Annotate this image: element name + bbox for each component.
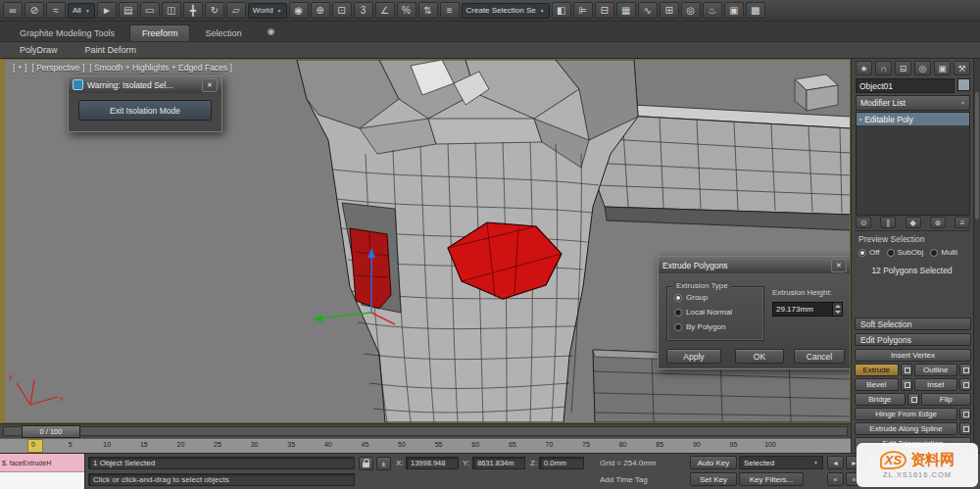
show-end-result-icon[interactable]: ∥: [880, 217, 896, 228]
x-coordinate-field[interactable]: 13998.948: [406, 457, 459, 469]
extrude-button[interactable]: Extrude: [855, 364, 899, 376]
percent-snap-icon[interactable]: %: [397, 2, 416, 19]
preview-multi-radio[interactable]: Multi: [930, 248, 957, 257]
selection-lock-icon[interactable]: [359, 457, 373, 470]
ribbon-options-icon[interactable]: ◉: [264, 24, 277, 38]
selection-filter-dropdown[interactable]: All▼: [68, 3, 95, 19]
selection-set-key-dropdown[interactable]: Selected ▼: [739, 456, 823, 469]
select-and-rotate-icon[interactable]: ↻: [205, 2, 224, 19]
configure-modifier-sets-icon[interactable]: ≡: [955, 217, 970, 228]
time-slider-track[interactable]: [3, 426, 848, 436]
hinge-settings-button[interactable]: [959, 408, 971, 420]
tab-freeform[interactable]: Freeform: [129, 24, 191, 41]
material-editor-icon[interactable]: ◎: [681, 2, 701, 19]
warning-close-icon[interactable]: ✕: [202, 78, 218, 92]
viewport-pov-menu[interactable]: [ Perspective ]: [31, 63, 84, 73]
modifier-list-dropdown[interactable]: Modifier List ▼: [856, 95, 970, 111]
remove-modifier-icon[interactable]: ⊗: [930, 217, 946, 228]
use-pivot-point-icon[interactable]: ◉: [289, 2, 309, 19]
outline-settings-button[interactable]: [959, 364, 971, 376]
macro-recorder-line[interactable]: $. faceExtrudeH: [0, 454, 84, 471]
listener-input-line[interactable]: [0, 471, 84, 489]
previous-key-button[interactable]: ◄: [827, 456, 844, 469]
key-filters-button[interactable]: Key Filters...: [739, 472, 804, 486]
bind-to-space-warp-icon[interactable]: ≈: [46, 2, 66, 19]
perspective-viewport[interactable]: x y [ + ] [ Perspective ] [ Smooth + Hig…: [0, 59, 851, 423]
preview-off-radio[interactable]: Off: [858, 248, 880, 257]
bridge-button[interactable]: Bridge: [855, 393, 906, 406]
extrusion-height-input[interactable]: 29.173mm: [772, 302, 843, 317]
spinner-snap-icon[interactable]: ⇅: [418, 2, 438, 19]
z-coordinate-field[interactable]: 0.0mm: [539, 457, 584, 469]
y-coordinate-field[interactable]: 8631.834m: [472, 457, 525, 469]
apply-button[interactable]: Apply: [666, 349, 721, 364]
hierarchy-tab-icon[interactable]: ⊟: [895, 61, 911, 75]
viewport-general-menu[interactable]: [ + ]: [13, 63, 26, 73]
stack-item-editable-poly[interactable]: ▪ Editable Poly: [857, 113, 969, 125]
motion-tab-icon[interactable]: ◎: [914, 61, 931, 75]
window-crossing-icon[interactable]: ◫: [162, 2, 181, 19]
bevel-settings-button[interactable]: [901, 378, 912, 391]
select-and-move-icon[interactable]: ╋: [183, 2, 203, 19]
graphite-ribbon-toggle-icon[interactable]: ▦: [616, 2, 636, 19]
render-production-icon[interactable]: ▩: [746, 2, 765, 19]
object-name-field[interactable]: Object01: [856, 78, 955, 93]
extrusion-type-group-radio[interactable]: Group: [674, 293, 763, 302]
inset-button[interactable]: Inset: [914, 378, 958, 391]
inset-settings-button[interactable]: [959, 378, 971, 391]
extrude-spline-settings-button[interactable]: [959, 422, 971, 435]
object-color-swatch[interactable]: [957, 78, 970, 91]
cancel-button[interactable]: Cancel: [794, 349, 845, 364]
add-time-tag[interactable]: Add Time Tag: [600, 475, 648, 484]
angle-snap-icon[interactable]: ∠: [375, 2, 395, 19]
maxscript-mini-listener[interactable]: $. faceExtrudeH: [0, 454, 85, 489]
layer-manager-icon[interactable]: ⊟: [595, 2, 614, 19]
modifier-stack[interactable]: ▪ Editable Poly: [856, 112, 970, 216]
box-object[interactable]: [795, 74, 838, 111]
trackbar-ruler[interactable]: 0510152025303540455055606570758085909510…: [0, 438, 851, 453]
reference-coordinate-dropdown[interactable]: World▼: [248, 3, 287, 19]
outline-button[interactable]: Outline: [914, 364, 958, 376]
insert-vertex-button[interactable]: Insert Vertex: [855, 349, 971, 362]
absolute-offset-mode-icon[interactable]: ±: [376, 457, 391, 470]
hinge-from-edge-button[interactable]: Hinge From Edge: [855, 408, 957, 420]
extrude-dialog-titlebar[interactable]: Extrude Polygons ✕: [659, 257, 851, 273]
named-selection-set-dropdown[interactable]: Create Selection Se▼: [462, 3, 550, 19]
keyboard-shortcut-override-icon[interactable]: ⊡: [332, 2, 352, 19]
mirror-icon[interactable]: ◧: [552, 2, 571, 19]
select-and-link-icon[interactable]: ∞: [3, 2, 23, 19]
auto-key-button[interactable]: Auto Key: [690, 456, 737, 469]
polydraw-panel-button[interactable]: PolyDraw: [14, 44, 64, 56]
select-object-icon[interactable]: ►: [97, 2, 117, 19]
paint-deform-panel-button[interactable]: Paint Deform: [79, 44, 143, 56]
extrude-settings-button[interactable]: [901, 364, 912, 376]
selection-region-icon[interactable]: ▭: [140, 2, 160, 19]
extrusion-height-spinner[interactable]: [832, 303, 842, 316]
viewport-shading-menu[interactable]: [ Smooth + Highlights + Edged Faces ]: [89, 63, 232, 73]
select-and-scale-icon[interactable]: ▱: [226, 2, 246, 19]
soft-selection-rollout[interactable]: Soft Selection: [855, 318, 971, 330]
rendered-frame-window-icon[interactable]: ▣: [724, 2, 744, 19]
extrude-along-spline-button[interactable]: Extrude Along Spline: [855, 422, 957, 435]
unlink-selection-icon[interactable]: ⊘: [24, 2, 44, 19]
pin-stack-icon[interactable]: ⊙: [856, 217, 871, 228]
exit-isolation-mode-button[interactable]: Exit Isolation Mode: [78, 100, 212, 121]
select-by-name-icon[interactable]: ▤: [119, 2, 138, 19]
modify-tab-icon[interactable]: ∩: [875, 61, 892, 75]
schematic-view-icon[interactable]: ⊞: [660, 2, 679, 19]
flip-button[interactable]: Flip: [921, 393, 972, 406]
align-icon[interactable]: ⊫: [573, 2, 593, 19]
ok-button[interactable]: OK: [735, 349, 784, 364]
select-and-manipulate-icon[interactable]: ⊕: [311, 2, 330, 19]
tab-selection[interactable]: Selection: [193, 25, 253, 41]
render-setup-icon[interactable]: ♨: [703, 2, 722, 19]
bridge-settings-button[interactable]: [907, 393, 919, 406]
utilities-tab-icon[interactable]: ⚒: [954, 61, 970, 75]
make-unique-icon[interactable]: ◆: [906, 217, 921, 228]
set-key-button[interactable]: Set Key: [690, 472, 737, 486]
extrusion-type-local-normal-radio[interactable]: Local Normal: [674, 308, 763, 317]
curve-editor-icon[interactable]: ∿: [638, 2, 658, 19]
time-slider-handle[interactable]: 0 / 100: [22, 425, 80, 438]
extrude-close-icon[interactable]: ✕: [831, 259, 847, 272]
scrollbar-thumb[interactable]: [975, 92, 979, 220]
